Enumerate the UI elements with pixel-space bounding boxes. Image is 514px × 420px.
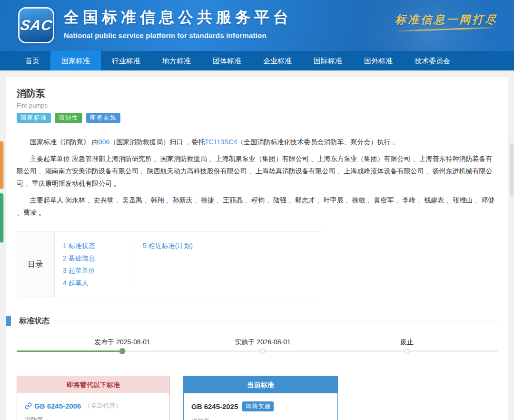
content-card: 消防泵 Fire pumps 国家标准 强制性 即将实施 国家标准《消防泵》 由… bbox=[6, 77, 508, 420]
current-standard-card: 当前标准 GB 6245-2025 即将实施 消防泵 bbox=[183, 376, 338, 420]
site-subtitle: National public service platform for sta… bbox=[64, 31, 292, 40]
nav-item-foreign-standards[interactable]: 国外标准 bbox=[353, 51, 404, 70]
section-divider bbox=[58, 321, 499, 321]
replaced-standard-card: 即将替代以下标准 GB 6245-2006 （全部代替） 消防泵 bbox=[17, 376, 170, 420]
tc-code-link[interactable]: TC113SC4 bbox=[205, 138, 237, 146]
ownership-middle: （国家消防救援局）归口 ，委托 bbox=[109, 138, 205, 146]
ownership-prefix: 国家标准《消防泵》 由 bbox=[30, 138, 99, 146]
standard-description: 国家标准《消防泵》 由906（国家消防救援局）归口 ，委托TC113SC4（全国… bbox=[6, 123, 508, 219]
link-icon bbox=[25, 402, 32, 410]
side-tab-orange[interactable] bbox=[0, 141, 3, 189]
timeline-label-abolished: 废止 bbox=[400, 338, 414, 347]
replaced-standard-link[interactable]: GB 6245-2006 bbox=[34, 402, 81, 410]
nav-item-home[interactable]: 首页 bbox=[14, 51, 50, 70]
sac-logo: SAC bbox=[18, 7, 54, 43]
side-tab-green[interactable] bbox=[0, 193, 3, 242]
timeline-dot-implemented bbox=[260, 349, 266, 354]
timeline-label-implemented: 实施于 2026-08-01 bbox=[235, 338, 291, 347]
current-card-header: 当前标准 bbox=[184, 376, 337, 393]
replaced-standard-name: 消防泵 bbox=[25, 416, 162, 420]
scrollbar-thumb[interactable] bbox=[510, 143, 514, 196]
replaced-card-body: GB 6245-2006 （全部代替） 消防泵 bbox=[17, 393, 169, 420]
sac-logo-text: SAC bbox=[19, 17, 53, 33]
status-section-title: 标准状态 bbox=[19, 316, 49, 326]
status-section-header: 标准状态 bbox=[6, 316, 508, 326]
nav-item-technical-committees[interactable]: 技术委员会 bbox=[404, 51, 461, 70]
toc-link-standard-status[interactable]: 1 标准状态 bbox=[63, 240, 135, 252]
current-standard-code: GB 6245-2025 bbox=[191, 402, 238, 410]
ownership-suffix: （全国消防标准化技术委员会消防车、泵分会）执行 。 bbox=[237, 138, 399, 146]
site-header: SAC 全国标准信息公共服务平台 National public service… bbox=[0, 0, 514, 51]
standard-tags: 国家标准 强制性 即将实施 bbox=[17, 113, 498, 123]
nav-item-national-standards[interactable]: 国家标准 bbox=[50, 51, 101, 70]
standard-header: 消防泵 Fire pumps 国家标准 强制性 即将实施 bbox=[6, 77, 508, 123]
slogan-block: 标准信息一网打尽 bbox=[395, 12, 498, 30]
nav-item-international-standards[interactable]: 国际标准 bbox=[303, 51, 353, 70]
tag-upcoming-implementation: 即将实施 bbox=[86, 113, 120, 123]
toc-link-similar-standards[interactable]: 5 相近标准(计划) bbox=[143, 240, 277, 252]
drafting-units-paragraph: 主要起草单位 应急管理部上海消防研究所 、国家消防救援局 、上海凯泉泵业（集团）… bbox=[17, 152, 498, 190]
current-card-body: GB 6245-2025 即将实施 消防泵 bbox=[184, 393, 337, 420]
toc-column-2: 5 相近标准(计划) bbox=[135, 240, 277, 289]
standard-title-cn: 消防泵 bbox=[17, 87, 498, 100]
toc-label: 目录 bbox=[17, 232, 55, 297]
nav-item-local-standards[interactable]: 地方标准 bbox=[151, 51, 202, 70]
toc-link-drafters[interactable]: 4 起草人 bbox=[63, 277, 135, 289]
slogan-text: 标准信息一网打尽 bbox=[395, 12, 498, 27]
status-cards: 即将替代以下标准 GB 6245-2006 （全部代替） 消防泵 当前标准 GB… bbox=[17, 376, 498, 420]
table-of-contents: 目录 1 标准状态 2 基础信息 3 起草单位 4 起草人 5 相近标准(计划) bbox=[17, 231, 321, 297]
replaced-card-header: 即将替代以下标准 bbox=[17, 376, 169, 393]
tag-national-standard: 国家标准 bbox=[17, 113, 51, 123]
timeline-dot-abolished bbox=[405, 349, 410, 354]
timeline-dot-published bbox=[119, 348, 126, 354]
site-title-block: 全国标准信息公共服务平台 National public service pla… bbox=[64, 7, 292, 40]
toc-link-basic-info[interactable]: 2 基础信息 bbox=[63, 252, 135, 264]
ownership-paragraph: 国家标准《消防泵》 由906（国家消防救援局）归口 ，委托TC113SC4（全国… bbox=[17, 136, 498, 148]
status-timeline: 发布于 2025-08-01 实施于 2026-08-01 废止 bbox=[17, 337, 498, 361]
replaced-card-row: GB 6245-2006 （全部代替） bbox=[25, 401, 162, 410]
standard-title-en: Fire pumps bbox=[17, 102, 498, 109]
upcoming-implementation-badge: 即将实施 bbox=[242, 401, 274, 411]
dept-code-link[interactable]: 906 bbox=[99, 138, 109, 146]
toc-column-1: 1 标准状态 2 基础信息 3 起草单位 4 起草人 bbox=[55, 240, 135, 289]
timeline-progress bbox=[17, 350, 122, 352]
slogan-underline bbox=[395, 27, 498, 32]
toc-columns: 1 标准状态 2 基础信息 3 起草单位 4 起草人 5 相近标准(计划) bbox=[55, 232, 277, 297]
main-nav: 首页 国家标准 行业标准 地方标准 团体标准 企业标准 国际标准 国外标准 技术… bbox=[0, 51, 514, 70]
drafters-paragraph: 主要起草人 闵永林 、史兴堂 、吴圣禹 、韩翔 、孙新庆 、徐捷 、王丽晶 、程… bbox=[17, 194, 498, 219]
site-title: 全国标准信息公共服务平台 bbox=[64, 7, 292, 28]
current-standard-name: 消防泵 bbox=[191, 417, 330, 420]
tag-mandatory: 强制性 bbox=[55, 113, 82, 123]
timeline-label-published: 发布于 2025-08-01 bbox=[94, 338, 150, 347]
current-card-row: GB 6245-2025 即将实施 bbox=[191, 401, 330, 411]
toc-link-drafting-units[interactable]: 3 起草单位 bbox=[63, 264, 135, 277]
nav-item-enterprise-standards[interactable]: 企业标准 bbox=[252, 51, 303, 70]
nav-item-group-standards[interactable]: 团体标准 bbox=[202, 51, 252, 70]
nav-item-industry-standards[interactable]: 行业标准 bbox=[101, 51, 151, 70]
section-marker bbox=[6, 316, 11, 326]
replaced-standard-note: （全部代替） bbox=[84, 401, 121, 410]
